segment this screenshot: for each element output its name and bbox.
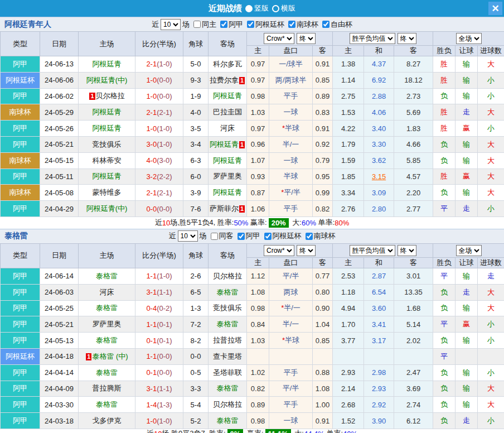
bookmaker-select[interactable]: Crow* [264, 33, 294, 44]
sub-lose: 客 [394, 46, 433, 56]
avg-lose-odds: 2.47 [394, 364, 433, 381]
score-cell: 0-1(0-0) [135, 364, 183, 381]
handicap-away-odds: 0.90 [313, 300, 333, 316]
corner-score: 6-0 [183, 169, 209, 185]
league-filter[interactable]: 阿根廷杯 [245, 20, 284, 30]
section-header-2: 泰格雷 近 10 场 同客 阿甲阿根廷杯南球杯 [0, 229, 504, 243]
handicap-line: 平/半 [269, 381, 313, 397]
league-filter[interactable]: 阿甲 [218, 20, 243, 30]
fulltime-select[interactable]: 全场 [456, 33, 482, 44]
home-team: 科林蒂安 [79, 152, 135, 169]
league-filter[interactable]: 自由杯 [320, 20, 352, 30]
match-date: 24-05-13 [40, 333, 79, 349]
avg-lose-odds: 4.57 [394, 169, 433, 185]
recent-count-select-2[interactable]: 10 [178, 230, 198, 242]
recent-count-select[interactable]: 10 [161, 19, 181, 30]
same-venue-filter-2[interactable]: 同客 [209, 231, 234, 241]
match-date: 24-05-25 [40, 300, 79, 316]
result-goals: 小 [478, 201, 504, 217]
away-team: 贝尔格拉 [209, 397, 247, 413]
score-cell: 1-0(1-0) [135, 413, 183, 429]
match-row: 阿甲24-04-29阿根廷青(中)0-0(0-0)7-6萨斯菲尔11.06平手0… [1, 201, 504, 217]
league-checkbox[interactable] [306, 233, 313, 240]
league-type-cell: 阿甲 [1, 316, 40, 333]
filter-bar: 近 10 场 同主 阿甲阿根廷杯南球杯自由杯 [152, 19, 352, 30]
league-filter[interactable]: 南球杯 [303, 231, 336, 241]
corner-score: 7-2 [183, 316, 209, 333]
layout-radio-landscape[interactable]: 横版 [272, 3, 295, 13]
summary-segment: 近 [147, 429, 154, 433]
avg-lose-odds: 1.83 [394, 121, 433, 137]
filter-bar-2: 近 10 场 同客 阿甲阿根廷杯南球杯 [169, 230, 336, 242]
score-cell: 1-1(0-1) [135, 316, 183, 333]
result-wdl: 平 [433, 201, 455, 217]
league-checkbox[interactable] [288, 21, 295, 28]
league-filter[interactable]: 阿根廷杯 [262, 231, 302, 241]
league-checkbox[interactable] [264, 233, 272, 240]
col-score: 比分(半场) [135, 32, 183, 56]
league-type-cell: 南球杯 [1, 152, 40, 169]
result-goals: 大 [478, 136, 504, 152]
match-row: 阿甲24-05-21竞技俱乐3-0(1-0)3-4阿根廷青10.96半/一0.9… [1, 136, 504, 152]
avg-lose-odds: 5.14 [394, 316, 433, 333]
result-wdl: 负 [433, 413, 455, 429]
handicap-home-odds: 0.98 [247, 413, 269, 429]
highlighted-odds-link[interactable]: 3.15 [372, 172, 386, 181]
avg-odds-select[interactable]: 胜平负均值 [350, 33, 395, 44]
score-cell: 1-0(0-0) [135, 72, 183, 88]
fulltime-select-2[interactable]: 全场 [456, 245, 482, 256]
result-wdl: 平 [433, 316, 455, 333]
handicap-away-odds: 0.89 [313, 88, 333, 104]
close-button[interactable]: ✕ [488, 2, 502, 15]
league-filter[interactable]: 阿甲 [235, 231, 260, 241]
final-odds-select-2[interactable]: 终 [297, 245, 316, 256]
result-goals: 大 [478, 381, 504, 397]
avg-draw-odds: 2.98 [364, 364, 394, 381]
avg-draw-odds: 2.87 [364, 268, 394, 284]
summary-segment: 10 [162, 219, 170, 227]
final-odds-select[interactable]: 终 [297, 33, 316, 44]
same-venue-filter[interactable]: 同主 [191, 20, 216, 30]
result-handicap: 走 [455, 413, 478, 429]
score-cell: 1-0(0-0) [135, 88, 183, 104]
summary-segment: 大: [290, 218, 302, 228]
avg-draw-odds: 3.41 [364, 316, 394, 333]
same-venue-checkbox[interactable] [193, 21, 201, 28]
league-label: 南球杯 [314, 231, 336, 241]
league-checkbox[interactable] [247, 21, 254, 28]
bookmaker-select-2[interactable]: Crow* [264, 245, 294, 256]
avg-win-odds [333, 348, 364, 364]
near-label: 近 [152, 20, 159, 30]
away-team: 萨斯菲尔1 [209, 201, 247, 217]
result-goals: 小 [478, 88, 504, 104]
col-score: 比分(半场) [135, 243, 183, 268]
match-date: 24-05-29 [40, 104, 79, 121]
league-checkbox[interactable] [220, 21, 227, 28]
match-date: 24-05-15 [40, 152, 79, 169]
layout-radio-portrait[interactable]: 竖版 [245, 3, 269, 13]
handicap-home-odds: 0.87 [247, 185, 269, 201]
summary-line-2: 近10场,胜0平3负7, 胜率:0% 赢率:11.1% 大:44.4% 单率:4… [0, 429, 504, 433]
handicap-line: 两球 [269, 284, 313, 300]
summary-segment: 50% [234, 219, 248, 227]
league-checkbox[interactable] [238, 233, 245, 240]
match-date: 24-03-30 [40, 397, 79, 413]
avg-final-select-2[interactable]: 终 [398, 245, 416, 256]
handicap-home-odds [247, 348, 269, 364]
result-wdl: 胜 [433, 121, 455, 137]
result-handicap: 输 [455, 268, 478, 284]
league-checkbox[interactable] [322, 21, 329, 28]
match-date: 24-06-06 [40, 72, 79, 88]
avg-lose-odds: 5.69 [394, 104, 433, 121]
league-filter[interactable]: 南球杯 [286, 20, 318, 30]
col-home: 主场 [79, 32, 135, 56]
handicap-line: *半球 [269, 121, 313, 137]
handicap-home-odds: 0.89 [247, 397, 269, 413]
avg-odds-select-2[interactable]: 胜平负均值 [350, 245, 395, 256]
avg-final-select[interactable]: 终 [398, 33, 416, 44]
avg-group-header: 胜平负均值终 [333, 243, 433, 257]
handicap-away-odds: 0.83 [313, 104, 333, 121]
same-venue-checkbox-2[interactable] [211, 233, 218, 240]
league-type-cell: 阿甲 [1, 381, 40, 397]
col-corner: 角球 [183, 243, 209, 268]
